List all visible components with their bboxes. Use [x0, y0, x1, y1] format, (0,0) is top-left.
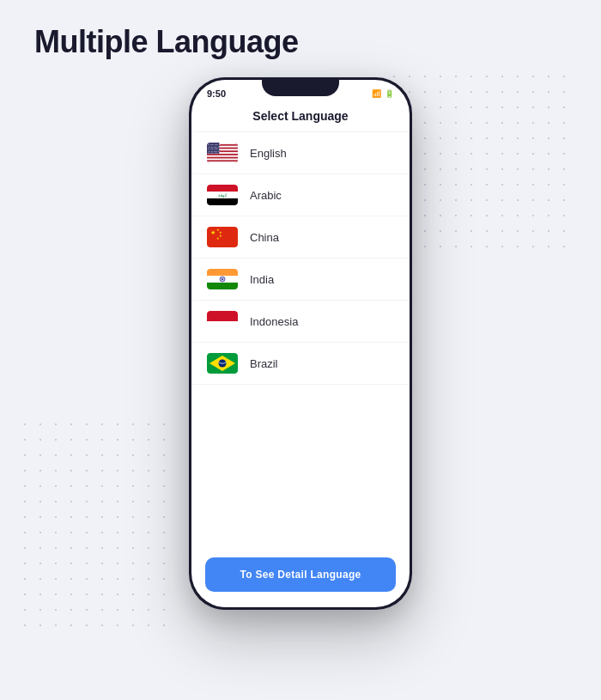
language-list: ★ ★ ★ ★ ★ ★ ★ ★ ★ ★ ★ ★ ★ ★ ★ ★ ★ ★ ★ ★ …	[191, 132, 410, 547]
flag-china: ★ ★ ★ ★ ★	[207, 227, 238, 247]
svg-text:كوفة: كوفة	[218, 192, 228, 198]
svg-rect-34	[207, 311, 238, 321]
lang-name-arabic: Arabic	[250, 189, 282, 202]
wifi-icon: 📶	[372, 89, 381, 98]
svg-rect-16	[207, 198, 238, 205]
svg-rect-6	[207, 159, 238, 161]
svg-rect-14	[207, 185, 238, 192]
status-time: 9:50	[207, 88, 226, 99]
lang-name-india: India	[250, 273, 274, 286]
flag-india	[207, 269, 238, 289]
bottom-action: To See Detail Language	[191, 547, 410, 607]
svg-rect-25	[207, 269, 238, 276]
flag-arabic: كوفة	[207, 185, 238, 205]
svg-rect-27	[207, 283, 238, 289]
svg-rect-5	[207, 155, 238, 157]
svg-rect-35	[207, 321, 238, 332]
flag-english: ★ ★ ★ ★ ★ ★ ★ ★ ★ ★ ★ ★ ★ ★ ★ ★ ★ ★ ★ ★ …	[207, 143, 238, 163]
svg-rect-7	[207, 161, 238, 163]
lang-name-brazil: Brazil	[250, 357, 278, 370]
lang-name-indonesia: Indonesia	[250, 315, 298, 328]
phone-screen: 9:50 📶 🔋 Select Language	[191, 80, 410, 607]
svg-text:★: ★	[216, 237, 220, 240]
language-item-brazil[interactable]: Brazil	[191, 343, 410, 385]
phone-wrapper: 9:50 📶 🔋 Select Language	[189, 77, 412, 610]
svg-text:★: ★	[210, 229, 216, 235]
status-icons: 📶 🔋	[372, 89, 394, 98]
battery-icon: 🔋	[385, 89, 394, 98]
language-item-india[interactable]: India	[191, 259, 410, 301]
see-detail-button[interactable]: To See Detail Language	[205, 557, 396, 592]
screen-header: Select Language	[191, 102, 410, 132]
phone-notch	[262, 77, 339, 96]
language-item-english[interactable]: ★ ★ ★ ★ ★ ★ ★ ★ ★ ★ ★ ★ ★ ★ ★ ★ ★ ★ ★ ★ …	[191, 132, 410, 174]
lang-name-china: China	[250, 231, 279, 244]
page-title: Multiple Language	[34, 24, 299, 60]
phone-frame: 9:50 📶 🔋 Select Language	[189, 77, 412, 610]
language-item-china[interactable]: ★ ★ ★ ★ ★ China	[191, 216, 410, 259]
language-item-arabic[interactable]: كوفة Arabic	[191, 174, 410, 216]
lang-name-english: English	[250, 147, 287, 160]
screen-content: Select Language	[191, 102, 410, 607]
flag-indonesia	[207, 311, 238, 332]
flag-brazil	[207, 353, 238, 374]
language-item-indonesia[interactable]: Indonesia	[191, 301, 410, 343]
